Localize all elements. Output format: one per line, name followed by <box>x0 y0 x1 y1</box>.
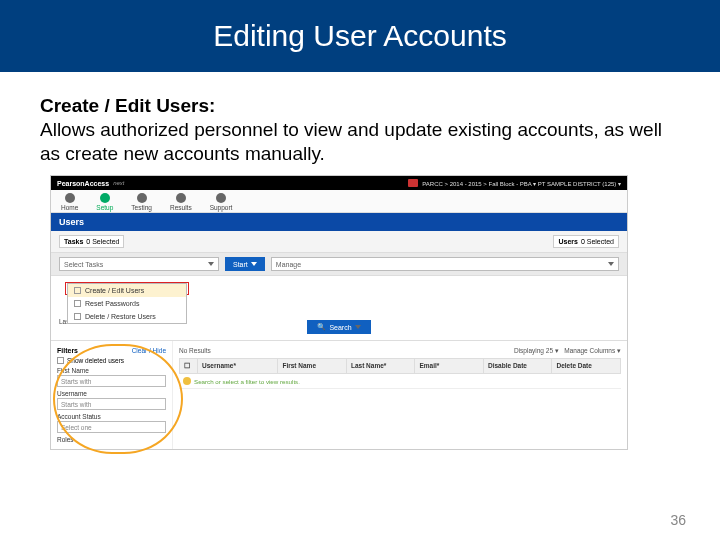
tab-support[interactable]: Support <box>210 193 233 211</box>
col-email[interactable]: Email* <box>415 359 484 373</box>
col-checkbox[interactable]: ☐ <box>180 359 198 373</box>
lead-paragraph: Create / Edit Users: Allows authorized p… <box>40 94 680 165</box>
col-delete-date[interactable]: Delete Date <box>552 359 620 373</box>
notification-icon[interactable] <box>408 179 418 187</box>
nav-tabs: Home Setup Testing Results Support <box>51 190 627 213</box>
tab-testing[interactable]: Testing <box>131 193 152 211</box>
filter-account-status-label: Account Status <box>57 413 166 420</box>
select-tasks-dropdown[interactable]: Select Tasks <box>59 257 219 271</box>
page-size-select[interactable]: 25 <box>546 347 553 354</box>
filters-title: Filters <box>57 347 78 354</box>
search-button[interactable]: 🔍 Search <box>307 320 370 334</box>
users-selected-indicator: Users 0 Selected <box>553 235 619 248</box>
checkbox-icon <box>74 313 81 320</box>
page-number: 36 <box>670 512 686 528</box>
results-icon <box>176 193 186 203</box>
tasks-indicator: Tasks 0 Selected <box>59 235 124 248</box>
checkbox-icon <box>74 287 81 294</box>
chevron-down-icon <box>208 262 214 266</box>
manage-columns-link[interactable]: Manage Columns ▾ <box>564 347 621 354</box>
select-row: Select Tasks Start Manage <box>51 253 627 276</box>
col-username[interactable]: Username* <box>198 359 278 373</box>
section-header: Users <box>51 213 627 231</box>
menu-delete-restore-users[interactable]: Delete / Restore Users <box>68 310 186 323</box>
filters-panel: Filters Clear / Hide Show deleted users … <box>51 341 173 449</box>
results-paging: Displaying 25 ▾ Manage Columns ▾ <box>514 347 621 355</box>
chevron-down-icon <box>251 262 257 266</box>
tab-home[interactable]: Home <box>61 193 78 211</box>
filter-username-label: Username <box>57 390 166 397</box>
lead-heading: Create / Edit Users: <box>40 95 215 116</box>
no-results-text: No Results <box>179 347 211 355</box>
chevron-down-icon <box>608 262 614 266</box>
tasks-dropdown-menu: Create / Edit Users Reset Passwords Dele… <box>67 283 187 324</box>
checkbox-icon <box>74 300 81 307</box>
slide-title-bar: Editing User Accounts <box>0 0 720 72</box>
tab-setup[interactable]: Setup <box>96 193 113 211</box>
lead-body: Allows authorized personnel to view and … <box>40 119 662 164</box>
results-area: Filters Clear / Hide Show deleted users … <box>51 341 627 449</box>
results-panel: No Results Displaying 25 ▾ Manage Column… <box>173 341 627 449</box>
brand-suffix: next <box>113 180 124 186</box>
results-hint: Search or select a filter to view result… <box>179 374 621 389</box>
testing-icon <box>137 193 147 203</box>
filter-username-input[interactable]: Starts with <box>57 398 166 410</box>
tasks-row: Tasks 0 Selected Users 0 Selected <box>51 231 627 253</box>
search-icon: 🔍 <box>317 323 326 331</box>
col-disable-date[interactable]: Disable Date <box>484 359 553 373</box>
home-icon <box>65 193 75 203</box>
info-icon <box>183 377 191 385</box>
chevron-down-icon <box>355 325 361 329</box>
filter-roles-label: Roles <box>57 436 166 443</box>
context-breadcrumb[interactable]: PARCC > 2014 - 2015 > Fall Block - PBA ▾… <box>422 180 621 187</box>
filter-first-name-input[interactable]: Starts with <box>57 375 166 387</box>
brand-logo: PearsonAccess <box>57 180 109 187</box>
brand-bar: PearsonAccess next PARCC > 2014 - 2015 >… <box>51 176 627 190</box>
results-table-header: ☐ Username* First Name Last Name* Email*… <box>179 358 621 374</box>
setup-icon <box>100 193 110 203</box>
show-deleted-toggle[interactable]: Show deleted users <box>57 357 166 364</box>
slide-content: Create / Edit Users: Allows authorized p… <box>0 72 720 450</box>
support-icon <box>216 193 226 203</box>
col-last-name[interactable]: Last Name* <box>347 359 416 373</box>
menu-create-edit-users[interactable]: Create / Edit Users <box>68 284 186 297</box>
menu-reset-passwords[interactable]: Reset Passwords <box>68 297 186 310</box>
slide-title: Editing User Accounts <box>213 19 506 53</box>
filter-account-status-select[interactable]: Select one <box>57 421 166 433</box>
filter-first-name-label: First Name <box>57 367 166 374</box>
start-button[interactable]: Start <box>225 257 265 271</box>
manage-dropdown[interactable]: Manage <box>271 257 619 271</box>
col-first-name[interactable]: First Name <box>278 359 347 373</box>
clear-hide-link[interactable]: Clear / Hide <box>132 347 166 354</box>
tab-results[interactable]: Results <box>170 193 192 211</box>
checkbox-icon <box>57 357 64 364</box>
app-screenshot: PearsonAccess next PARCC > 2014 - 2015 >… <box>50 175 628 450</box>
